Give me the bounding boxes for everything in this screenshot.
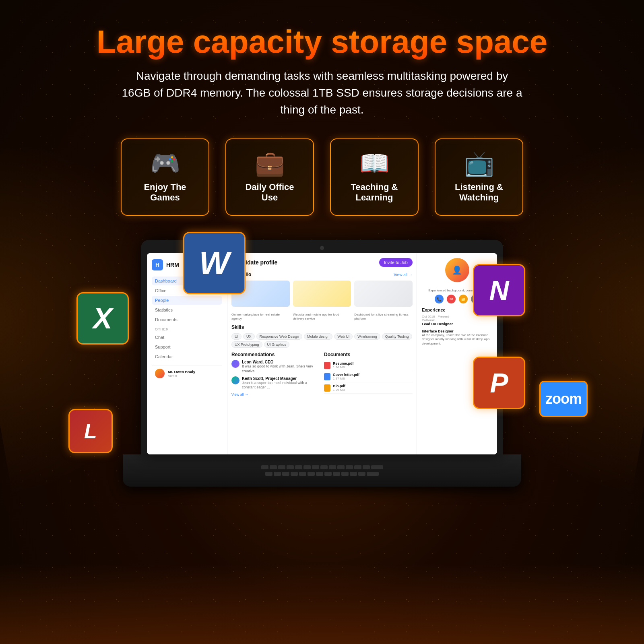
loop-app-icon: L [68,409,113,453]
skills-header: Skills [231,324,413,330]
excel-app-icon: X [76,292,129,345]
watching-icon: 📺 [464,151,494,175]
laptop-keyboard [123,454,521,487]
skill-wire: Wireframing [354,333,380,340]
recommendations-section: Recommendations Leon Ward, CEO It was so… [231,352,320,396]
key [261,465,268,469]
rec-1: Leon Ward, CEO It was so good to work wi… [231,360,320,374]
key [363,465,370,469]
portfolio-label-1: Online marketplace for real estate agenc… [231,312,290,320]
skill-proto: UX Prototyping [231,341,262,348]
laptop-section: X L W H HRM [40,240,604,487]
rec-avatar-2 [231,376,239,384]
doc-3: Bio.pdf 1.29 MB [324,382,413,394]
skill-ui: UI [231,333,242,340]
sidebar-calendar[interactable]: Calendar [152,352,222,361]
key [312,465,319,469]
invite-button[interactable]: Invite to Job [379,258,413,267]
doc-size-3: 1.29 MB [333,388,345,392]
skill-webui: Web UI [334,333,353,340]
key [329,465,336,469]
key [316,472,323,476]
skill-ux: UX [243,333,255,340]
word-app-icon: W [183,232,246,294]
office-label: Daily Office Use [240,182,299,203]
documents-section: Documents Resume.pdf 1.26 MB [324,352,413,396]
portfolio-grid [231,281,413,307]
sidebar-people[interactable]: People [152,296,222,305]
portfolio-header: Portfolio View all → [231,272,413,277]
feature-office: 💼 Daily Office Use [225,138,314,216]
keyboard-row-2 [265,472,379,476]
office-icon: 💼 [255,151,285,175]
doc-1: Resume.pdf 1.26 MB [324,360,413,371]
portfolio-view-all[interactable]: View all → [394,272,413,277]
loop-letter: L [84,419,97,443]
bottom-sections: Recommendations Leon Ward, CEO It was so… [231,352,413,396]
email-icon[interactable]: ✉ [447,295,456,303]
key [337,465,345,469]
exp-role-1: Lead UX Designer [422,322,492,326]
key [350,472,357,476]
skills-tags: UI UX Responsive Web Design Mobile desig… [231,333,413,348]
laptop-camera [320,246,324,250]
portfolio-item-2 [293,281,351,307]
sidebar-support[interactable]: Support [152,343,222,351]
user-role: Admin [168,374,195,378]
skill-uig: UI Graphics [264,341,290,348]
gaming-icon: 🎮 [150,151,180,175]
key [274,472,281,476]
key-backspace [371,465,383,469]
doc-name-1: Resume.pdf [333,361,354,365]
sidebar-other-section: Other [155,327,222,331]
key [291,472,298,476]
key [270,465,277,469]
doc-icon-3 [324,384,330,392]
key [282,472,289,476]
exp-role-2: Interface Designer [422,329,492,333]
key [320,465,328,469]
sidebar-user: Mr. Owen Brady Admin [152,365,222,382]
view-all-recs[interactable]: View all → [231,392,320,396]
portfolio-labels: Online marketplace for real estate agenc… [231,312,413,320]
doc-icon-1 [324,362,330,369]
portfolio-icon[interactable]: 📁 [459,295,468,303]
profile-photo: 👤 [445,258,469,282]
sidebar-app-name: HRM [166,262,179,268]
doc-name-3: Bio.pdf [333,384,345,388]
rec-text-1: It was so good to work with Jean. She's … [242,364,320,374]
rec-name-1: Leon Ward, CEO [242,360,320,364]
user-name: Mr. Owen Brady [168,370,195,374]
powerpoint-letter: P [490,367,508,398]
skills-title: Skills [231,324,244,330]
doc-name-2: Cover letter.pdf [333,373,359,377]
rec-text-2: Jean is a super-talented individual with… [242,381,320,390]
phone-icon[interactable]: 📞 [435,295,444,303]
watching-label: Listening & Watching [450,182,508,203]
main-content: Large capacity storage space Navigate th… [0,0,644,487]
teaching-label: Teaching & Learning [345,182,404,203]
sidebar-chat[interactable]: Chat [152,333,222,342]
skill-mobile: Mobile design [304,333,333,340]
key [354,465,361,469]
screen-main-header: Candidate profile Invite to Job [231,258,413,267]
sidebar-statistics[interactable]: Statistics [152,305,222,314]
key [324,472,332,476]
gaming-label: Enjoy The Games [136,182,194,203]
key [333,472,340,476]
doc-2: Cover letter.pdf 1.37 MB [324,371,413,382]
portfolio-item-3 [354,281,413,307]
key [295,465,302,469]
rec-avatar-1 [231,360,239,368]
key [346,465,353,469]
key [341,472,349,476]
sidebar-documents[interactable]: Documents [152,315,222,324]
doc-size-1: 1.26 MB [333,365,354,369]
powerpoint-app-icon: P [473,357,525,409]
onenote-app-icon: N [473,264,525,316]
page-subtitle: Navigate through demanding tasks with se… [121,68,523,118]
excel-letter: X [93,302,112,335]
skill-qa: Quality Testing [382,333,412,340]
key-enter [367,472,379,476]
word-letter: W [199,245,230,282]
